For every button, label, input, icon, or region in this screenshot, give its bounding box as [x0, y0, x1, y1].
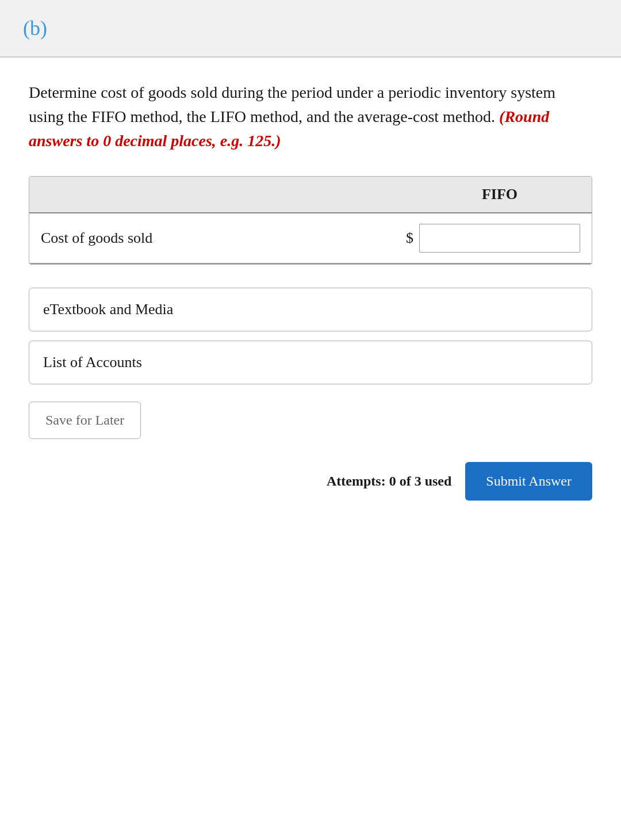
submit-answer-button[interactable]: Submit Answer	[465, 462, 592, 501]
attempts-text: Attempts: 0 of 3 used	[327, 474, 451, 489]
table-header-row: FIFO	[29, 177, 592, 213]
question-text: Determine cost of goods sold during the …	[29, 81, 592, 153]
list-accounts-button[interactable]: List of Accounts	[29, 341, 592, 384]
table-data-row: Cost of goods sold $	[29, 213, 592, 264]
page-wrapper: (b) Determine cost of goods sold during …	[0, 0, 621, 840]
button-section: eTextbook and Media List of Accounts	[29, 288, 592, 384]
cogs-label: Cost of goods sold	[41, 230, 400, 247]
section-header: (b)	[0, 0, 621, 57]
fifo-header: FIFO	[419, 186, 580, 203]
fifo-cogs-input[interactable]	[419, 224, 580, 253]
main-content: Determine cost of goods sold during the …	[0, 57, 621, 840]
cogs-table: FIFO Cost of goods sold $	[29, 176, 592, 265]
save-for-later-button[interactable]: Save for Later	[29, 402, 141, 439]
currency-symbol: $	[406, 230, 413, 247]
section-label: (b)	[23, 17, 47, 40]
bottom-row: Attempts: 0 of 3 used Submit Answer	[29, 462, 592, 501]
etextbook-button[interactable]: eTextbook and Media	[29, 288, 592, 331]
question-text-part1: Determine cost of goods sold during the …	[29, 83, 555, 125]
